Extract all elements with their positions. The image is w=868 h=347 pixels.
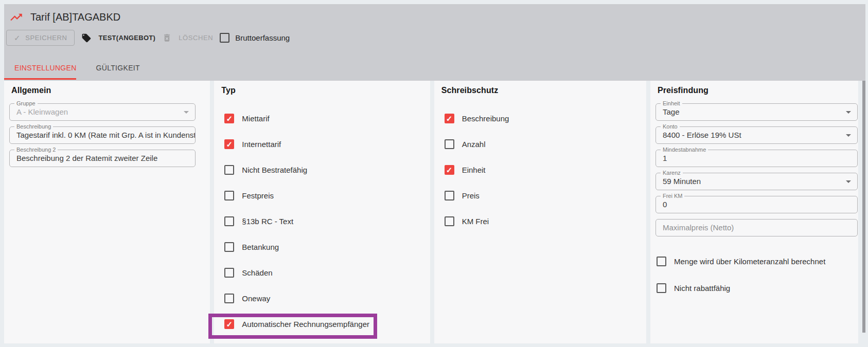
gruppe-select[interactable]: Gruppe A - Kleinwagen — [9, 103, 196, 121]
checkbox-row-preis[interactable]: Preis — [438, 182, 642, 208]
maximalpreis-input[interactable]: Maximalpreis (Netto) — [656, 219, 858, 236]
section-typ: Typ Miettarif Internettarif Nicht Bestra… — [214, 81, 430, 343]
checkbox-row-schaeden[interactable]: Schäden — [218, 260, 426, 285]
checkmark-icon: ✓ — [14, 33, 21, 43]
delete-button[interactable]: LÖSCHEN — [179, 34, 213, 42]
checkbox-row-nicht-rabattfaehig[interactable]: Nicht rabattfähig — [654, 275, 854, 301]
page-title: Tarif [AB]TAGABKD — [30, 11, 120, 23]
chevron-down-icon — [846, 180, 851, 183]
checkbox[interactable] — [657, 257, 666, 266]
checkbox[interactable] — [445, 139, 454, 149]
checkbox[interactable] — [224, 114, 234, 123]
section-allgemein: Allgemein Gruppe A - Kleinwagen Beschrei… — [4, 81, 210, 343]
bruttoerfassung-label: Bruttoerfassung — [235, 33, 290, 42]
checkbox-row-beschreibung[interactable]: Beschreibung — [438, 105, 642, 131]
toolbar: ✓ SPEICHERN TEST(ANGEBOT) LÖSCHEN Brutto… — [6, 30, 290, 46]
checkbox[interactable] — [224, 319, 234, 329]
tab-einstellungen[interactable]: EINSTELLUNGEN — [14, 64, 77, 72]
checkbox-row-anzahl[interactable]: Anzahl — [438, 131, 642, 157]
karenz-select[interactable]: Karenz 59 Minuten — [656, 173, 858, 190]
vertical-scrollbar[interactable] — [862, 81, 865, 343]
section-title: Allgemein — [11, 86, 206, 95]
checkbox[interactable] — [224, 268, 234, 278]
checkbox-row-menge-kilometeranzahl[interactable]: Menge wird über Kilometeranzahl berechne… — [654, 248, 854, 275]
checkbox-row-betankung[interactable]: Betankung — [218, 234, 426, 260]
chevron-down-icon — [846, 111, 851, 114]
section-title: Schreibschutz — [441, 86, 642, 95]
title-row: Tarif [AB]TAGABKD — [9, 10, 120, 24]
checkbox-row-einheit[interactable]: Einheit — [438, 157, 642, 182]
checkbox[interactable] — [224, 216, 234, 226]
tag-icon — [81, 33, 92, 43]
checkbox-row-13b-rc-text[interactable]: §13b RC - Text — [218, 208, 426, 234]
mindestabnahme-input[interactable]: Mindestabnahme 1 — [656, 150, 858, 167]
checkbox-row-internettarif[interactable]: Internettarif — [218, 131, 426, 157]
einheit-select[interactable]: Einheit Tage — [656, 103, 858, 121]
save-button-label: SPEICHERN — [25, 34, 67, 42]
bruttoerfassung-checkbox[interactable] — [220, 33, 229, 43]
checkbox[interactable] — [657, 283, 666, 293]
trash-icon[interactable] — [162, 33, 172, 43]
checkbox-row-km-frei[interactable]: KM Frei — [438, 208, 642, 234]
checkbox[interactable] — [445, 216, 454, 226]
active-tab-indicator — [4, 78, 76, 80]
tag-label: TEST(ANGEBOT) — [98, 34, 155, 42]
checkbox[interactable] — [445, 114, 454, 123]
checkbox-row-automatischer-rechnungsempfaenger[interactable]: Automatischer Rechnungsempfänger — [218, 311, 426, 337]
checkbox[interactable] — [224, 139, 234, 149]
header: Tarif [AB]TAGABKD ✓ SPEICHERN TEST(ANGEB… — [4, 4, 865, 81]
frei-km-input[interactable]: Frei KM 0 — [656, 196, 858, 213]
section-schreibschutz: Schreibschutz Beschreibung Anzahl Einhei… — [434, 81, 646, 343]
checkbox[interactable] — [224, 242, 234, 252]
checkbox-row-miettarif[interactable]: Miettarif — [218, 105, 426, 131]
beschreibung-2-input[interactable]: Beschreibung 2 Beschreibung 2 der Ratemi… — [9, 150, 196, 167]
scrollbar-thumb[interactable] — [862, 81, 865, 333]
checkbox[interactable] — [224, 165, 234, 175]
checkbox[interactable] — [224, 294, 234, 303]
chevron-down-icon — [846, 134, 851, 137]
main-content: Allgemein Gruppe A - Kleinwagen Beschrei… — [4, 81, 865, 343]
checkbox[interactable] — [445, 191, 454, 200]
checkbox-row-festpreis[interactable]: Festpreis — [218, 182, 426, 208]
section-title: Typ — [221, 86, 426, 95]
save-button[interactable]: ✓ SPEICHERN — [6, 30, 75, 46]
chevron-down-icon — [184, 111, 189, 114]
tab-gueltigkeit[interactable]: GÜLTIGKEIT — [96, 64, 140, 72]
checkbox[interactable] — [224, 191, 234, 200]
checkbox-row-oneway[interactable]: Oneway — [218, 285, 426, 311]
beschreibung-input[interactable]: Beschreibung Tagestarif inkl. 0 KM (Rate… — [9, 126, 196, 144]
section-preisfindung: Preisfindung Einheit Tage Konto 8400 - E… — [650, 81, 858, 343]
trending-up-icon — [9, 10, 23, 24]
section-title: Preisfindung — [658, 86, 854, 95]
konto-select[interactable]: Konto 8400 - Erlöse 19% USt — [656, 126, 858, 144]
checkbox-row-nicht-bestratefaehig[interactable]: Nicht Bestratefähig — [218, 157, 426, 182]
tab-bar: EINSTELLUNGEN GÜLTIGKEIT — [14, 64, 140, 72]
checkbox[interactable] — [445, 165, 454, 175]
